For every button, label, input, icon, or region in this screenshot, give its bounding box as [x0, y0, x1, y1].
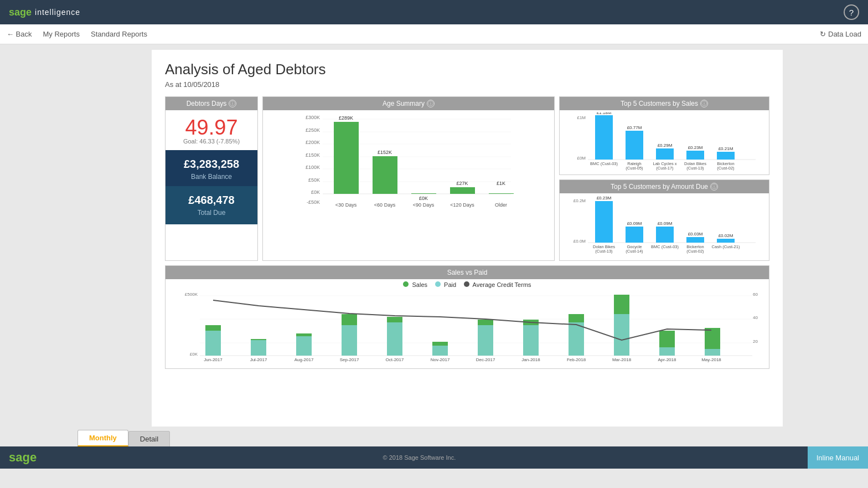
sales-legend-label: Sales: [412, 281, 428, 288]
debtors-days-info-icon[interactable]: ⓘ: [229, 100, 236, 107]
svg-rect-89: [342, 325, 357, 356]
svg-text:<30 Days: <30 Days: [335, 202, 357, 208]
svg-rect-39: [686, 151, 704, 160]
svg-text:<120 Days: <120 Days: [450, 202, 474, 208]
svg-rect-87: [296, 336, 312, 356]
bank-balance-amount: £3,283,258: [170, 158, 253, 171]
svg-text:(Cust-14): (Cust-14): [626, 249, 643, 254]
svg-text:£0.29M: £0.29M: [658, 143, 673, 148]
report-date: As at 10/05/2018: [165, 80, 769, 89]
age-summary-header: Age Summary ⓘ: [263, 97, 554, 110]
svg-text:Sep-2017: Sep-2017: [340, 357, 359, 362]
svg-rect-57: [626, 227, 643, 243]
avg-credit-legend-item: Average Credit Terms: [464, 281, 531, 288]
svg-text:(Cust-02): (Cust-02): [717, 166, 735, 171]
report-container: Analysis of Aged Debtors As at 10/05/201…: [152, 50, 783, 427]
top5-amount-panel: Top 5 Customers by Amount Due ⓘ £0.2M £0…: [559, 179, 769, 261]
svg-text:(Cust-02): (Cust-02): [686, 249, 704, 254]
svg-rect-55: [595, 201, 613, 243]
svg-text:(Cust-17): (Cust-17): [656, 166, 674, 171]
svg-text:£300K: £300K: [306, 115, 320, 120]
total-due-box: £468,478 Total Due: [166, 186, 257, 224]
standard-reports-link[interactable]: Standard Reports: [91, 30, 147, 38]
svg-text:(Cust-13): (Cust-13): [686, 166, 704, 171]
sales-vs-paid-header: Sales vs Paid: [166, 266, 769, 279]
sales-legend-dot: [403, 281, 409, 287]
tabs-bar: Monthly Detail: [0, 427, 868, 446]
inline-manual-button[interactable]: Inline Manual: [808, 446, 868, 469]
total-due-label: Total Due: [170, 209, 253, 217]
data-load-button[interactable]: ↻ Data Load: [820, 30, 861, 38]
logo-area: sage intelligence: [9, 7, 80, 18]
svg-rect-85: [251, 340, 266, 356]
age-summary-title: Age Summary: [383, 100, 425, 107]
charts-top-row: Debtors Days ⓘ 49.97 Goal: 46.33 (-7.85%…: [165, 96, 769, 261]
svg-rect-103: [659, 347, 675, 356]
svg-text:£27K: £27K: [456, 181, 468, 186]
svg-text:£0.23M: £0.23M: [597, 196, 612, 201]
svg-text:-£50K: -£50K: [307, 199, 320, 205]
svg-text:Apr-2018: Apr-2018: [658, 357, 676, 362]
svg-text:£0.0M: £0.0M: [574, 239, 586, 244]
age-summary-panel: Age Summary ⓘ £300K £250K £200K £150K £1…: [262, 96, 555, 261]
footer-copyright: © 2018 Sage Software Inc.: [383, 454, 456, 461]
top5-sales-chart: £1M £0M £1.18M £0.77M £0: [560, 110, 769, 174]
svg-rect-91: [387, 322, 402, 356]
debtors-days-goal: Goal: 46.33 (-7.85%): [166, 138, 257, 150]
bank-balance-box: £3,283,258 Bank Balance: [166, 150, 257, 186]
top-header: sage intelligence ?: [0, 0, 868, 24]
nav-bar: ← Back My Reports Standard Reports ↻ Dat…: [0, 24, 868, 44]
sales-vs-paid-legend: Sales Paid Average Credit Terms: [166, 279, 769, 290]
intelligence-text: intelligence: [35, 8, 80, 17]
sales-vs-paid-chart: £500K £0K 60 40 20: [166, 290, 769, 368]
right-panels: Top 5 Customers by Sales ⓘ £1M £0M £: [559, 96, 769, 261]
top5-sales-svg: £1M £0M £1.18M £0.77M £0: [564, 112, 764, 171]
paid-legend-label: Paid: [444, 281, 456, 288]
top5-sales-title: Top 5 Customers by Sales: [621, 100, 698, 107]
report-title: Analysis of Aged Debtors: [165, 61, 769, 78]
svg-text:£150K: £150K: [306, 152, 320, 158]
svg-rect-21: [450, 187, 475, 194]
svg-text:£0M: £0M: [577, 156, 586, 161]
svg-text:Dec-2017: Dec-2017: [476, 357, 495, 362]
bank-balance-label: Bank Balance: [170, 173, 253, 181]
my-reports-link[interactable]: My Reports: [43, 30, 80, 38]
svg-text:Nov-2017: Nov-2017: [431, 357, 450, 362]
svg-text:£1K: £1K: [497, 181, 505, 186]
svg-text:£1M: £1M: [577, 115, 586, 120]
tab-monthly[interactable]: Monthly: [78, 430, 128, 446]
total-due-amount: £468,478: [170, 194, 253, 207]
top5-amount-svg: £0.2M £0.0M £0.23M £0.09M £0.09M: [564, 196, 764, 256]
sales-vs-paid-svg: £500K £0K 60 40 20: [171, 290, 763, 362]
svg-text:£0K: £0K: [311, 189, 320, 195]
tab-detail[interactable]: Detail: [128, 431, 170, 446]
svg-text:<60 Days: <60 Days: [374, 202, 396, 208]
svg-text:£0K: £0K: [190, 352, 198, 357]
top5-amount-info-icon[interactable]: ⓘ: [710, 183, 718, 191]
svg-rect-19: [411, 193, 436, 194]
top5-amount-title: Top 5 Customers by Amount Due: [611, 183, 708, 191]
svg-text:Jul-2017: Jul-2017: [250, 357, 267, 362]
sales-vs-paid-title: Sales vs Paid: [447, 269, 488, 276]
sales-vs-paid-panel: Sales vs Paid Sales Paid Average Credit …: [165, 265, 769, 369]
age-summary-info-icon[interactable]: ⓘ: [427, 100, 435, 107]
top5-amount-chart: £0.2M £0.0M £0.23M £0.09M £0.09M: [560, 193, 769, 260]
help-button[interactable]: ?: [844, 4, 859, 20]
svg-text:£0.09M: £0.09M: [658, 221, 673, 226]
svg-text:BMC (Cust-03): BMC (Cust-03): [651, 244, 679, 249]
avg-credit-legend-label: Average Credit Terms: [473, 281, 531, 288]
paid-legend-item: Paid: [435, 281, 456, 288]
svg-rect-101: [614, 314, 629, 356]
top5-sales-info-icon[interactable]: ⓘ: [700, 100, 708, 107]
svg-rect-99: [569, 322, 584, 356]
back-link[interactable]: ← Back: [7, 30, 32, 38]
debtors-days-header: Debtors Days ⓘ: [166, 97, 257, 110]
age-summary-svg: £300K £250K £200K £150K £100K £50K £0K -…: [268, 112, 549, 209]
svg-text:60: 60: [753, 292, 758, 297]
svg-rect-95: [478, 325, 493, 356]
svg-rect-15: [334, 122, 359, 194]
sales-legend-item: Sales: [403, 281, 427, 288]
top5-sales-header: Top 5 Customers by Sales ⓘ: [560, 97, 769, 110]
svg-text:£0K: £0K: [419, 196, 428, 201]
svg-text:£0.02M: £0.02M: [719, 233, 733, 238]
